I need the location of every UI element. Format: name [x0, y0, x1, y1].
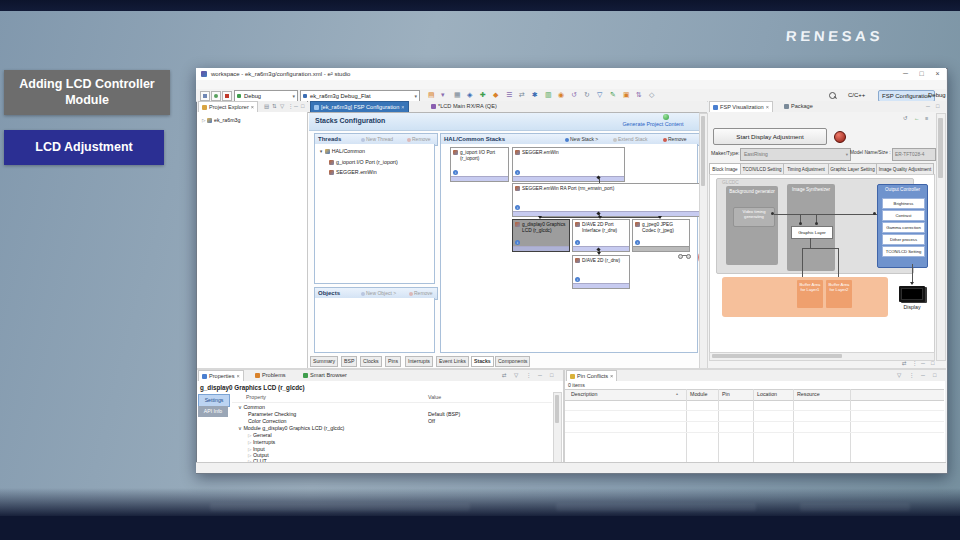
- explorer-toolbar-icon[interactable]: ⋮: [288, 103, 294, 110]
- toolbar-icon[interactable]: ✎: [610, 90, 616, 100]
- toolbar-icon[interactable]: ↻: [584, 90, 590, 100]
- expander-icon[interactable]: ▷: [202, 118, 205, 123]
- threads-item-row[interactable]: SEGGER.emWin: [315, 166, 434, 176]
- panel-minimize-icon[interactable]: ─: [538, 372, 542, 379]
- close-icon[interactable]: ×: [401, 104, 404, 110]
- property-row[interactable]: Color Correction: [248, 418, 287, 424]
- property-value[interactable]: Off: [428, 418, 435, 424]
- info-icon[interactable]: i: [575, 240, 580, 245]
- col-property[interactable]: Property: [246, 392, 266, 402]
- viz-bottom-icon[interactable]: ⋮: [912, 360, 918, 367]
- viz-back-icon[interactable]: ←: [914, 115, 920, 122]
- toolbar-icon[interactable]: ☰: [506, 90, 512, 100]
- stack-block-glcdc-selected[interactable]: g_display0 Graphics LCD (r_glcdc) i: [512, 219, 570, 252]
- tab-lcd-main[interactable]: *LCD Main RX/RA (QE): [428, 101, 500, 112]
- toolbar-icon[interactable]: ◇: [649, 90, 654, 100]
- col-location[interactable]: Location: [757, 389, 777, 399]
- viz-bottom-icon[interactable]: ⇄: [902, 360, 907, 367]
- close-icon[interactable]: ×: [251, 104, 254, 110]
- info-icon[interactable]: i: [515, 205, 520, 210]
- perspective-cpp[interactable]: C/C++: [848, 90, 865, 100]
- explorer-toolbar-icon[interactable]: ▤: [264, 103, 269, 110]
- col-module[interactable]: Module: [690, 389, 707, 399]
- toolbar-icon[interactable]: ↺: [571, 90, 577, 100]
- col-resource[interactable]: Resource: [797, 389, 820, 399]
- panel-maximize-icon[interactable]: □: [933, 372, 936, 379]
- stack-block-jpeg[interactable]: g_jpeg0 JPEG Codec (r_jpeg) i: [632, 219, 690, 252]
- properties-vscrollbar[interactable]: [553, 392, 562, 464]
- viz-menu-icon[interactable]: ≡: [925, 115, 928, 122]
- properties-side-api-info[interactable]: API Info: [198, 406, 228, 417]
- tab-smart-browser[interactable]: Smart Browser: [300, 370, 350, 381]
- viz-vscrollbar[interactable]: [936, 113, 946, 361]
- toolbar-icon[interactable]: ⇅: [636, 90, 642, 100]
- pinc-toolbar-icon[interactable]: ▽: [897, 372, 901, 379]
- properties-toolbar-icon[interactable]: ⇄: [502, 372, 507, 379]
- property-value[interactable]: Default (BSP): [428, 411, 460, 417]
- explorer-toolbar-icon[interactable]: ⇅: [272, 103, 277, 110]
- info-icon[interactable]: i: [515, 170, 520, 175]
- generate-project-content-link[interactable]: Generate Project Content: [608, 121, 698, 127]
- tab-pins[interactable]: Pins: [385, 356, 401, 367]
- search-icon[interactable]: [829, 92, 836, 99]
- property-row[interactable]: ▷ General: [248, 432, 272, 439]
- stack-block-drw[interactable]: D/AVE 2D (r_drw) i: [572, 255, 630, 289]
- toolbar-stop-button[interactable]: [222, 91, 232, 101]
- toolbar-icon[interactable]: ⇄: [519, 90, 525, 100]
- window-maximize-button[interactable]: □: [914, 68, 929, 80]
- perspective-debug[interactable]: Debug: [928, 90, 946, 100]
- panel-maximize-icon[interactable]: □: [936, 103, 939, 110]
- toolbar-icon[interactable]: ▦: [454, 90, 461, 100]
- toolbar-icon[interactable]: ◆: [493, 90, 498, 100]
- property-row[interactable]: Parameter Checking: [248, 411, 296, 417]
- info-icon[interactable]: i: [635, 240, 640, 245]
- properties-toolbar-icon[interactable]: ⋮: [526, 372, 532, 379]
- properties-toolbar-icon[interactable]: ▽: [514, 372, 518, 379]
- close-icon[interactable]: ×: [610, 373, 613, 379]
- property-row[interactable]: ∨ Module g_display0 Graphics LCD (r_glcd…: [238, 425, 344, 431]
- maker-type-select[interactable]: EastRising▾: [740, 148, 851, 161]
- tab-stacks[interactable]: Stacks: [471, 356, 494, 367]
- toolbar-icon[interactable]: ✚: [480, 90, 486, 100]
- tab-summary[interactable]: Summary: [310, 356, 338, 367]
- pinc-toolbar-icon[interactable]: ⋮: [909, 372, 915, 379]
- property-row[interactable]: ∨ Common: [238, 404, 265, 410]
- tab-clocks[interactable]: Clocks: [360, 356, 382, 367]
- viz-bottom-icon[interactable]: □: [931, 360, 934, 367]
- stack-block-drw-port[interactable]: D/AVE 2D Port Interface (r_drw) i: [572, 219, 630, 252]
- viz-bottom-icon[interactable]: ─: [921, 360, 925, 367]
- start-display-adjustment-button[interactable]: Start Display Adjustment: [713, 128, 827, 145]
- stack-block-ioport[interactable]: g_ioport I/O Port (r_ioport) i: [450, 147, 509, 182]
- toolbar-button[interactable]: [200, 91, 210, 101]
- toolbar-icon[interactable]: ◈: [467, 90, 472, 100]
- tab-problems[interactable]: Problems: [252, 370, 289, 381]
- model-name-field[interactable]: ER-TFT028-4: [892, 148, 936, 161]
- tab-event-links[interactable]: Event Links: [436, 356, 469, 367]
- explorer-toolbar-icon[interactable]: ▽: [280, 103, 284, 110]
- sort-icon[interactable]: ▴: [676, 389, 678, 399]
- toolbar-icon[interactable]: ▣: [623, 90, 630, 100]
- col-pin[interactable]: Pin: [722, 389, 730, 399]
- property-row[interactable]: ▷ Interrupts: [248, 439, 275, 446]
- toolbar-icon[interactable]: ▾: [441, 90, 445, 100]
- threads-item-row[interactable]: g_ioport I/O Port (r_ioport): [315, 156, 434, 166]
- tab-package[interactable]: Package: [781, 101, 816, 112]
- project-tree-root[interactable]: ▷ ek_ra6m3g: [202, 116, 240, 125]
- window-minimize-button[interactable]: ─: [898, 68, 913, 80]
- expander-icon[interactable]: ▼: [319, 149, 323, 154]
- info-icon[interactable]: i: [453, 170, 458, 175]
- toolbar-icon[interactable]: ▽: [597, 90, 602, 100]
- close-icon[interactable]: ×: [237, 373, 240, 379]
- info-icon[interactable]: i: [575, 277, 580, 282]
- stack-block-emwin[interactable]: SEGGER.emWin i: [512, 147, 625, 182]
- panel-minimize-icon[interactable]: ─: [921, 372, 925, 379]
- toolbar-button[interactable]: [211, 91, 221, 101]
- tab-components[interactable]: Components: [495, 356, 530, 367]
- stack-block-emwin-port[interactable]: SEGGER.emWin RA Port (rm_emwin_port) i: [512, 183, 700, 217]
- col-description[interactable]: Description: [571, 389, 598, 399]
- threads-root-row[interactable]: ▼ HAL/Common: [315, 144, 434, 156]
- editor-vscrollbar[interactable]: [699, 113, 708, 370]
- info-icon[interactable]: i: [515, 240, 520, 245]
- tab-bsp[interactable]: BSP: [341, 356, 357, 367]
- viz-refresh-icon[interactable]: ↺: [903, 115, 908, 122]
